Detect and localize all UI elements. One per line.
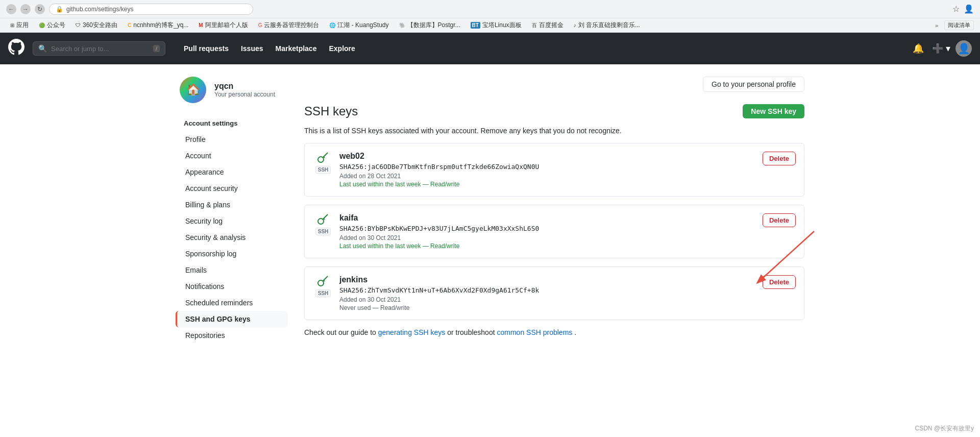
bookmark-postgres[interactable]: 🐘 【数据库】Postgr... (395, 20, 464, 31)
key-icon-web02 (317, 152, 329, 164)
nav-marketplace[interactable]: Marketplace (270, 44, 323, 53)
bookmark-360[interactable]: 🛡 360安全路由 (71, 20, 121, 31)
bookmark-baidu[interactable]: 百 百度摇金 (528, 20, 568, 31)
sidebar-link-appearance[interactable]: Appearance (176, 164, 288, 180)
ssh-key-status-kaifa: Last used within the last week — Read/wr… (339, 242, 756, 250)
sidebar-item-sponsorship-log[interactable]: Sponsorship log (176, 246, 288, 262)
profile-button[interactable]: 👤 (964, 4, 974, 14)
key-icon-kaifa (317, 213, 329, 226)
sidebar-item-scheduled-reminders[interactable]: Scheduled reminders (176, 295, 288, 311)
user-profile-header: 🏠 yqcn Your personal account (176, 77, 288, 103)
ssh-key-date-kaifa: Added on 30 Oct 2021 (339, 234, 756, 241)
sidebar-item-profile[interactable]: Profile (176, 131, 288, 148)
github-logo[interactable] (8, 39, 24, 59)
sidebar-link-billing[interactable]: Billing & plans (176, 197, 288, 213)
bookmark-aliyun-mail[interactable]: M 阿里邮箱个人版 (194, 20, 252, 31)
sidebar-link-account[interactable]: Account (176, 148, 288, 164)
sidebar-link-notifications[interactable]: Notifications (176, 278, 288, 295)
profile-btn-container: Go to your personal profile (304, 77, 804, 92)
ssh-key-card-web02: SSH web02 SHA256:jaC6ODBe7TbmKtfnBrspm0u… (304, 143, 804, 197)
ssh-key-name-kaifa: kaifa (339, 213, 756, 223)
username: yqcn (214, 82, 275, 91)
sidebar-item-emails[interactable]: Emails (176, 262, 288, 278)
user-avatar-header[interactable]: 👤 (955, 40, 972, 57)
section-title: SSH keys (304, 104, 358, 118)
user-info: yqcn Your personal account (214, 82, 275, 98)
forward-button[interactable]: → (20, 4, 31, 14)
nav-issues[interactable]: Issues (235, 44, 270, 53)
go-to-profile-button[interactable]: Go to your personal profile (703, 77, 804, 92)
header-right: 🔔 ➕ ▾ 👤 (910, 40, 972, 57)
reading-list[interactable]: 阅读清单 (944, 20, 974, 30)
main-nav: Pull requests Issues Marketplace Explore (178, 44, 361, 53)
sidebar-item-account[interactable]: Account (176, 148, 288, 164)
ssh-key-status-jenkins: Never used — Read/write (339, 304, 756, 311)
bookmarks-more[interactable]: » (935, 22, 938, 29)
bookmark-baota[interactable]: BT 宝塔Linux面板 (467, 20, 526, 31)
sidebar-item-account-security[interactable]: Account security (176, 180, 288, 197)
sidebar-item-ssh-gpg[interactable]: SSH and GPG keys (176, 311, 288, 327)
new-menu-button[interactable]: ➕ ▾ (929, 41, 953, 56)
ssh-key-icon-web02: SSH (313, 152, 333, 174)
ssh-key-icon-kaifa: SSH (313, 213, 333, 235)
common-ssh-problems-link[interactable]: common SSH problems (497, 328, 572, 336)
ssh-key-status-web02: Last used within the last week — Read/wr… (339, 181, 756, 188)
sidebar-item-billing[interactable]: Billing & plans (176, 197, 288, 213)
star-button[interactable]: ☆ (952, 4, 960, 14)
ssh-key-card-jenkins: SSH jenkins SHA256:ZhTvmSvdKYt1nN+uT+6Ab… (304, 266, 804, 320)
lock-icon: 🔒 (56, 6, 63, 13)
sidebar-link-profile[interactable]: Profile (176, 131, 288, 148)
key-icon-jenkins (317, 275, 329, 287)
sidebar-item-appearance[interactable]: Appearance (176, 164, 288, 180)
sidebar-item-notifications[interactable]: Notifications (176, 278, 288, 295)
refresh-button[interactable]: ↻ (35, 4, 45, 14)
sidebar-item-security-log[interactable]: Security log (176, 213, 288, 229)
sidebar-link-repositories[interactable]: Repositories (176, 327, 288, 344)
bookmark-music[interactable]: ♪ 刘 音乐直础搜剩音乐... (570, 20, 644, 31)
bookmarks-bar: ⊞ 应用 🟢 公众号 🛡 360安全路由 C ncnhhm的博客_yq... M… (0, 18, 980, 33)
search-kbd: / (153, 45, 160, 52)
sidebar-link-account-security[interactable]: Account security (176, 180, 288, 197)
bookmark-apps[interactable]: ⊞ 应用 (6, 20, 33, 31)
ssh-key-details-jenkins: jenkins SHA256:ZhTvmSvdKYt1nN+uT+6Ab6XvX… (339, 275, 756, 311)
bookmark-jianghu[interactable]: 🌐 江湖 - KuangStudy (325, 20, 393, 31)
ssh-key-fingerprint-jenkins: SHA256:ZhTvmSvdKYt1nN+uT+6Ab6XvXd2F0Xd9g… (339, 286, 756, 294)
delete-button-jenkins[interactable]: Delete (763, 275, 796, 289)
generating-ssh-keys-link[interactable]: generating SSH keys (378, 328, 446, 336)
search-input[interactable] (51, 45, 149, 53)
new-ssh-key-button[interactable]: New SSH key (743, 104, 804, 118)
bookmark-cloud[interactable]: G 云服务器管理控制台 (254, 20, 324, 31)
sidebar-item-repositories[interactable]: Repositories (176, 327, 288, 344)
sidebar-link-security-analysis[interactable]: Security & analysis (176, 229, 288, 246)
nav-pull-requests[interactable]: Pull requests (178, 44, 235, 53)
section-header: SSH keys New SSH key (304, 104, 804, 118)
user-subtitle: Your personal account (214, 91, 275, 98)
sidebar-nav: Profile Account Appearance Account secur… (176, 131, 288, 344)
sidebar-item-security-analysis[interactable]: Security & analysis (176, 229, 288, 246)
address-bar[interactable]: 🔒 github.com/settings/keys (49, 4, 253, 15)
nav-explore[interactable]: Explore (323, 44, 361, 53)
ssh-key-card-kaifa: SSH kaifa SHA256:BYbBPsKbKwEPDJ+v83U7jLA… (304, 205, 804, 258)
ssh-label-web02: SSH (315, 166, 331, 174)
delete-button-web02[interactable]: Delete (763, 152, 796, 165)
sidebar-link-scheduled-reminders[interactable]: Scheduled reminders (176, 295, 288, 311)
search-bar[interactable]: 🔍 / (33, 41, 165, 56)
user-avatar: 🏠 (180, 77, 206, 103)
bookmark-gongzhonghao[interactable]: 🟢 公众号 (35, 20, 69, 31)
sidebar-link-ssh-gpg[interactable]: SSH and GPG keys (176, 311, 288, 327)
bookmark-ncnhhm[interactable]: C ncnhhm的博客_yq... (124, 20, 192, 31)
sidebar-heading: Account settings (176, 115, 288, 131)
ssh-key-fingerprint-kaifa: SHA256:BYbBPsKbKwEPDJ+v83U7jLAmC5gyeLkM0… (339, 225, 756, 232)
sidebar-link-sponsorship-log[interactable]: Sponsorship log (176, 246, 288, 262)
footer-text: Check out our guide to generating SSH ke… (304, 328, 804, 336)
ssh-key-fingerprint-web02: SHA256:jaC6ODBe7TbmKtfnBrspm0utfTzkde66Z… (339, 163, 756, 171)
github-header: 🔍 / Pull requests Issues Marketplace Exp… (0, 33, 980, 64)
back-button[interactable]: ← (6, 4, 16, 14)
sidebar-link-emails[interactable]: Emails (176, 262, 288, 278)
url-text: github.com/settings/keys (66, 6, 133, 13)
sidebar-link-security-log[interactable]: Security log (176, 213, 288, 229)
delete-button-kaifa[interactable]: Delete (763, 213, 796, 227)
notifications-button[interactable]: 🔔 (910, 41, 927, 56)
ssh-key-date-jenkins: Added on 30 Oct 2021 (339, 296, 756, 303)
section-description: This is a list of SSH keys associated wi… (304, 127, 804, 135)
